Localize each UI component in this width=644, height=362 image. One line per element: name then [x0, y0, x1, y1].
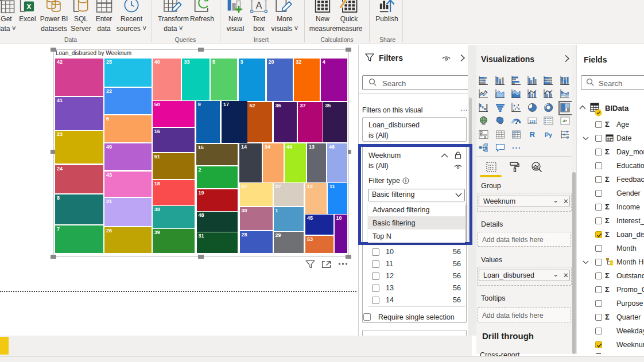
svg-text:R: R [529, 130, 535, 139]
svg-text:Py: Py [545, 131, 552, 138]
svg-text:A: A [256, 1, 262, 10]
svg-text:123: 123 [529, 119, 536, 123]
svg-text:X: X [26, 3, 32, 11]
